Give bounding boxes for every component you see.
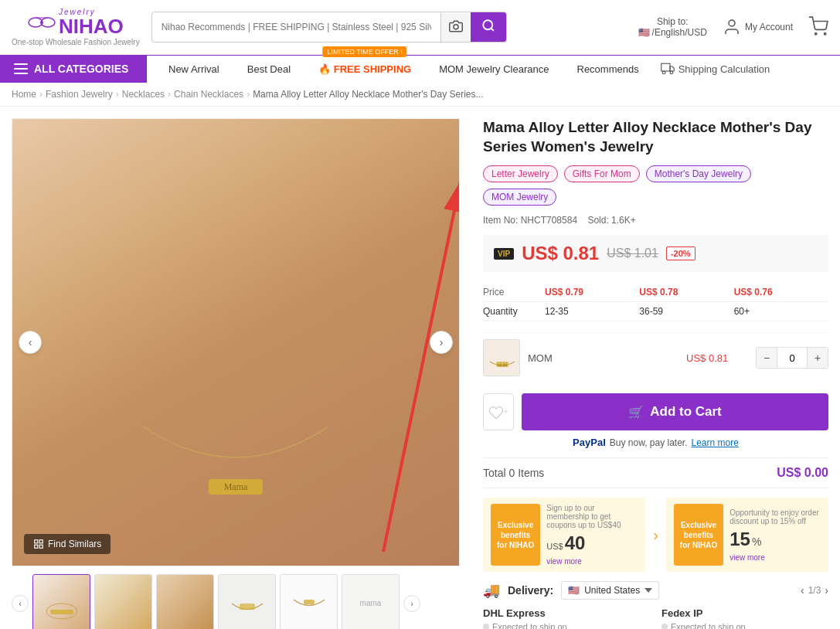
logo[interactable]: Jewelry NIHAO One-stop Wholesale Fashion… bbox=[12, 8, 140, 46]
breadcrumb-home[interactable]: Home bbox=[12, 89, 36, 100]
benefit-2-desc: Opportunity to enjoy order discount up t… bbox=[729, 508, 821, 525]
limited-time-badge: LIMITED TIME OFFER ! bbox=[322, 46, 406, 57]
item-no: Item No: NHCT708584 bbox=[483, 215, 577, 226]
thumb-img-2 bbox=[95, 575, 151, 629]
svg-rect-11 bbox=[14, 68, 28, 70]
svg-text:Mama: Mama bbox=[224, 481, 248, 492]
tag-gifts-for-mom[interactable]: Gifts For Mom bbox=[564, 165, 640, 182]
main-content: Mama ‹ › bbox=[0, 107, 840, 629]
svg-rect-22 bbox=[39, 540, 43, 543]
thumbnail-3[interactable] bbox=[156, 574, 214, 629]
nav-mom-clearance[interactable]: MOM Jewelry Clearance bbox=[425, 56, 563, 83]
variant-thumb-img: MOM bbox=[484, 340, 520, 376]
nav-free-shipping[interactable]: 🔥 FREE SHIPPING bbox=[304, 56, 425, 83]
paypal-learn-more-link[interactable]: Learn more bbox=[692, 437, 739, 448]
quantity-input[interactable] bbox=[777, 348, 808, 368]
breadcrumb-sep1: › bbox=[39, 89, 43, 100]
tag-letter-jewelry[interactable]: Letter Jewelry bbox=[483, 165, 558, 182]
svg-rect-24 bbox=[39, 545, 43, 548]
cart-button[interactable] bbox=[808, 16, 828, 39]
nav-right: Shipping Calculation bbox=[653, 62, 778, 76]
camera-search-button[interactable] bbox=[440, 13, 471, 42]
breadcrumb-necklaces[interactable]: Necklaces bbox=[122, 89, 165, 100]
product-details: Mama Alloy Letter Alloy Necklace Mother'… bbox=[483, 118, 828, 629]
logo-brand-text: NIHAO bbox=[59, 16, 124, 36]
breadcrumb: Home › Fashion Jewelry › Necklaces › Cha… bbox=[0, 83, 840, 107]
camera-icon bbox=[449, 19, 463, 33]
breadcrumb-chain-necklaces[interactable]: Chain Necklaces bbox=[174, 89, 243, 100]
benefit-2-content: Opportunity to enjoy order discount up t… bbox=[729, 504, 821, 566]
account-area[interactable]: My Account bbox=[723, 18, 793, 36]
fire-icon: 🔥 bbox=[318, 63, 331, 75]
quantity-decrease-button[interactable]: − bbox=[757, 348, 777, 368]
breadcrumb-sep2: › bbox=[116, 89, 119, 100]
price-tiers: Price US$ 0.79 US$ 0.78 US$ 0.76 Quantit… bbox=[483, 283, 828, 321]
benefit-1-view[interactable]: view more bbox=[546, 557, 638, 566]
find-similars-icon bbox=[33, 539, 44, 549]
quantity-control: − + bbox=[756, 347, 828, 369]
thumb-img-4 bbox=[219, 575, 275, 629]
thumbnail-1[interactable] bbox=[32, 574, 90, 629]
header: Jewelry NIHAO One-stop Wholesale Fashion… bbox=[0, 0, 840, 55]
next-image-button[interactable]: › bbox=[430, 331, 453, 354]
shipping-options: DHL Express Expected to ship on Sat, Apr… bbox=[483, 607, 828, 629]
delivery-section: 🚚 Delivery: 🇺🇸 United States ‹ 1/3 › DHL… bbox=[483, 581, 828, 629]
delivery-header: 🚚 Delivery: 🇺🇸 United States ‹ 1/3 › bbox=[483, 581, 828, 600]
thumbnail-2[interactable] bbox=[94, 574, 152, 629]
thumbnail-6[interactable]: mama bbox=[342, 574, 400, 629]
us-flag: 🇺🇸 bbox=[638, 27, 650, 38]
svg-rect-13 bbox=[661, 63, 669, 71]
dhl-ship-dot bbox=[483, 624, 489, 629]
product-images: Mama ‹ › bbox=[12, 118, 468, 629]
nav-new-arrival[interactable]: New Arrival bbox=[155, 56, 233, 83]
product-photo: Mama bbox=[12, 119, 459, 566]
delivery-prev-button[interactable]: ‹ bbox=[801, 584, 804, 597]
price-tier-row: Quantity 12-35 36-59 60+ bbox=[483, 302, 828, 321]
search-button[interactable] bbox=[471, 12, 506, 42]
variant-thumbnail[interactable]: MOM bbox=[483, 339, 520, 376]
tag-mothers-day[interactable]: Mother's Day Jewelry bbox=[646, 165, 751, 182]
quantity-col-header: Quantity bbox=[483, 306, 545, 317]
nav-recommends[interactable]: Recommends bbox=[563, 56, 653, 83]
thumb-img-3 bbox=[157, 575, 213, 629]
nav-shipping-calc[interactable]: Shipping Calculation bbox=[678, 63, 770, 75]
thumbnail-5[interactable] bbox=[280, 574, 338, 629]
svg-rect-29 bbox=[484, 340, 520, 376]
nav-best-deal[interactable]: Best Deal bbox=[233, 56, 304, 83]
find-similars-button[interactable]: Find Similars bbox=[24, 534, 111, 554]
prev-image-button[interactable]: ‹ bbox=[19, 331, 42, 354]
benefit-card-2[interactable]: Exclusive benefits for NIHAO Opportunity… bbox=[666, 498, 828, 572]
benefit-arrow: › bbox=[653, 498, 658, 572]
svg-text:MOM: MOM bbox=[498, 363, 508, 367]
benefit-card-1[interactable]: Exclusive benefits for NIHAO Sign up to … bbox=[483, 498, 645, 572]
search-input[interactable] bbox=[152, 15, 440, 39]
delivery-next-button[interactable]: › bbox=[825, 584, 828, 597]
fedex-option: Fedex IP Expected to ship on Sat, Apr 20… bbox=[661, 607, 828, 629]
nav-links: New Arrival Best Deal LIMITED TIME OFFER… bbox=[147, 56, 840, 83]
cart-section: + 🛒 Add to Cart PayPal Buy now, pay late… bbox=[483, 393, 828, 448]
thumbnail-4[interactable] bbox=[218, 574, 276, 629]
paypal-text: Buy now, pay later. bbox=[610, 437, 688, 448]
total-label: Total 0 Items bbox=[483, 467, 544, 479]
chevron-down-icon bbox=[644, 588, 652, 593]
quantity-increase-button[interactable]: + bbox=[808, 348, 828, 368]
tag-mom-jewelry[interactable]: MOM Jewelry bbox=[483, 189, 556, 206]
breadcrumb-fashion-jewelry[interactable]: Fashion Jewelry bbox=[46, 89, 113, 100]
all-categories-label: ALL CATEGORIES bbox=[34, 63, 128, 75]
benefit-1-title: Exclusive benefits for NIHAO bbox=[491, 504, 540, 566]
wishlist-button[interactable]: + bbox=[483, 393, 514, 430]
paypal-logo: PayPal bbox=[573, 437, 606, 448]
total-bar: Total 0 Items US$ 0.00 bbox=[483, 457, 828, 488]
add-to-cart-button[interactable]: 🛒 Add to Cart bbox=[522, 393, 828, 430]
tier-price-3: US$ 0.76 bbox=[734, 287, 828, 298]
all-categories-button[interactable]: ALL CATEGORIES bbox=[0, 55, 147, 83]
thumb-prev-button[interactable]: ‹ bbox=[12, 595, 29, 612]
tier-range-1: 12-35 bbox=[545, 306, 639, 317]
delivery-country-selector[interactable]: 🇺🇸 United States bbox=[561, 581, 659, 600]
benefit-2-view[interactable]: view more bbox=[729, 553, 821, 562]
tier-range-2: 36-59 bbox=[639, 306, 733, 317]
shipping-truck-icon bbox=[661, 62, 675, 76]
thumb-next-button[interactable]: › bbox=[403, 595, 420, 612]
svg-rect-21 bbox=[35, 540, 38, 543]
wishlist-add-label: + bbox=[504, 408, 508, 416]
